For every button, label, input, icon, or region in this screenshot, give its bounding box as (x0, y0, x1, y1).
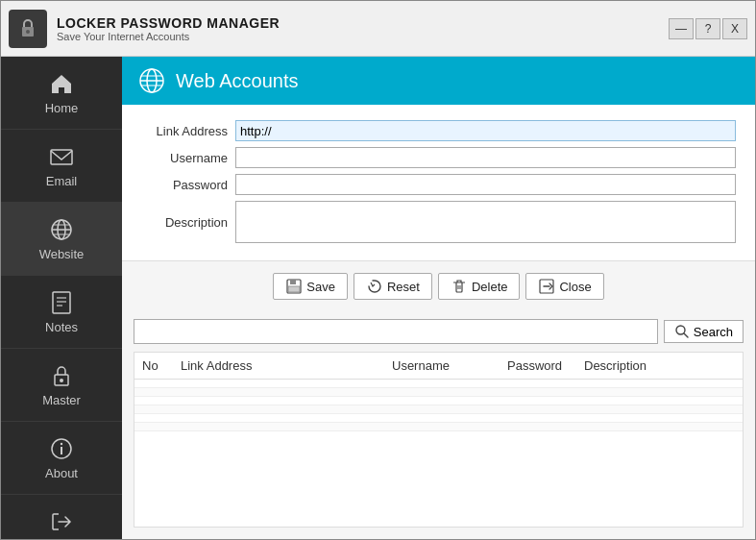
table-body (134, 380, 743, 431)
sidebar: Home Email Website (1, 57, 122, 539)
home-icon (48, 70, 75, 97)
home-label: Home (45, 101, 79, 115)
close-label: Close (559, 280, 591, 294)
table-row (134, 405, 743, 414)
app-title: LOCKER PASSWORD MANAGER (57, 15, 669, 31)
notes-label: Notes (45, 320, 78, 334)
email-icon (48, 143, 75, 170)
about-label: About (45, 466, 78, 480)
delete-button[interactable]: Delete (438, 273, 521, 300)
svg-point-1 (26, 30, 30, 34)
col-header-password: Password (500, 353, 576, 380)
logout-icon (48, 508, 75, 535)
password-input[interactable] (235, 174, 736, 195)
sidebar-item-email[interactable]: Email (1, 130, 122, 203)
title-bar: LOCKER PASSWORD MANAGER Save Your Intern… (1, 1, 755, 57)
table-row (134, 397, 743, 405)
description-label: Description (141, 215, 228, 230)
reset-icon (366, 278, 383, 295)
content-area: Web Accounts Link Address Username Passw… (122, 57, 755, 539)
close-icon (538, 278, 555, 295)
reset-label: Reset (387, 280, 420, 294)
table-row (134, 414, 743, 423)
sidebar-item-master[interactable]: Master (1, 349, 122, 422)
username-label: Username (141, 151, 228, 165)
username-row: Username (141, 147, 736, 168)
table-row (134, 388, 743, 397)
data-table: No Link Address Username Password Descri… (134, 353, 743, 431)
svg-line-29 (684, 333, 688, 337)
website-label: Website (39, 247, 85, 261)
table-row (134, 423, 743, 431)
master-label: Master (42, 393, 81, 407)
search-icon (674, 324, 690, 339)
table-row (134, 380, 743, 388)
username-input[interactable] (235, 147, 736, 168)
reset-button[interactable]: Reset (354, 273, 432, 300)
form-area: Link Address Username Password Descripti… (122, 105, 755, 261)
close-window-button[interactable]: X (722, 18, 747, 39)
save-button[interactable]: Save (273, 273, 348, 300)
table-header-row: No Link Address Username Password Descri… (134, 353, 743, 380)
password-label: Password (141, 178, 228, 192)
col-header-username: Username (384, 353, 500, 380)
email-label: Email (46, 174, 78, 188)
svg-point-16 (61, 443, 62, 445)
search-input[interactable] (134, 319, 658, 344)
app-window: LOCKER PASSWORD MANAGER Save Your Intern… (0, 0, 756, 540)
delete-label: Delete (472, 280, 508, 294)
link-address-input[interactable] (235, 120, 736, 141)
notes-icon (48, 289, 75, 316)
col-header-description: Description (576, 353, 743, 380)
close-button[interactable]: Close (525, 273, 603, 300)
search-button[interactable]: Search (664, 320, 744, 343)
search-label: Search (694, 325, 733, 339)
link-address-row: Link Address (141, 120, 736, 141)
link-address-label: Link Address (141, 124, 228, 138)
help-button[interactable]: ? (695, 18, 720, 39)
save-icon (285, 278, 303, 295)
web-accounts-icon (137, 66, 166, 95)
content-header: Web Accounts (122, 57, 755, 105)
svg-rect-2 (51, 150, 72, 164)
action-buttons: Save Reset Delete (122, 273, 755, 300)
data-table-container: No Link Address Username Password Descri… (134, 352, 744, 528)
page-title: Web Accounts (176, 70, 298, 92)
minimize-button[interactable]: — (669, 18, 694, 39)
col-header-no: No (134, 353, 173, 380)
website-icon (48, 216, 75, 243)
sidebar-item-notes[interactable]: Notes (1, 276, 122, 349)
description-row: Description (141, 201, 736, 243)
about-icon (48, 435, 75, 462)
master-icon (48, 362, 75, 389)
description-input[interactable] (235, 201, 736, 243)
svg-rect-23 (290, 280, 296, 284)
window-controls: — ? X (669, 18, 747, 39)
sidebar-item-home[interactable]: Home (1, 57, 122, 130)
save-label: Save (306, 280, 335, 294)
app-icon (9, 10, 47, 48)
svg-point-13 (60, 379, 63, 382)
sidebar-item-about[interactable]: About (1, 422, 122, 495)
svg-rect-8 (53, 292, 70, 313)
password-row: Password (141, 174, 736, 195)
app-subtitle: Save Your Internet Accounts (57, 31, 669, 42)
search-area: Search (122, 311, 755, 352)
svg-rect-24 (288, 286, 300, 292)
main-layout: Home Email Website (1, 57, 755, 539)
col-header-link: Link Address (173, 353, 384, 380)
title-bar-text: LOCKER PASSWORD MANAGER Save Your Intern… (57, 15, 669, 42)
sidebar-item-logout[interactable]: Logout (1, 495, 122, 539)
sidebar-item-website[interactable]: Website (1, 203, 122, 276)
delete-icon (451, 278, 468, 295)
